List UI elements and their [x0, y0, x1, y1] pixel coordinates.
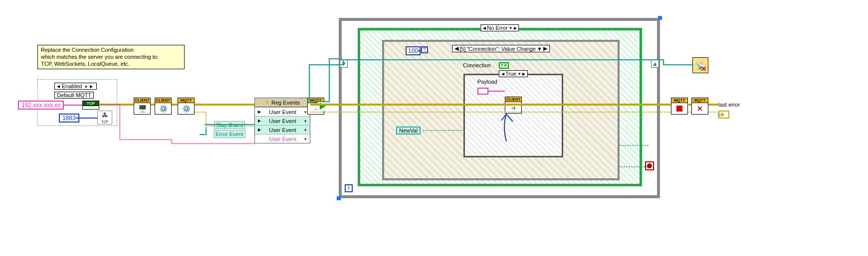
lightning-icon: ↯ — [265, 99, 269, 106]
block-diagram: Replace the Connection Configuration whi… — [0, 0, 868, 256]
reg-events-row-0-value: User Event — [269, 109, 296, 115]
stop-icon — [676, 106, 682, 112]
tcp-header: TCP — [83, 101, 99, 106]
inner-case-selector[interactable]: ◀ True ▼ ▶ — [499, 70, 528, 77]
close-x-icon: ✕ — [692, 103, 708, 114]
case-dd-icon[interactable]: ▼ — [509, 26, 513, 30]
gear-icon: ⚙️ — [155, 103, 171, 114]
event-dd-icon[interactable]: ▼ — [537, 46, 542, 52]
reg-events-row-0-value: User Event — [269, 118, 296, 124]
shift-register-left-icon: ▼ — [340, 60, 348, 68]
reg-events-row-1[interactable]: ▶ User Event ▾ — [255, 125, 310, 134]
error-case-selector[interactable]: ◀ No Error ▼ ▶ — [480, 24, 519, 31]
comment-line-3: TCP, WebSockets, LocalQueue, etc. — [41, 61, 181, 68]
event-text: "Connection": Value Change — [466, 46, 535, 52]
mqtt-destroy-subvi[interactable]: MQTT ✕ — [691, 98, 708, 115]
reg-events-row-2-value: User Event — [269, 136, 296, 142]
unregister-events-node[interactable]: 📡 ✕ — [692, 57, 708, 73]
mqtt-disconnect-subvi[interactable]: MQTT — [671, 98, 688, 115]
reg-events-row-1-left: Error Event — [214, 130, 245, 138]
payload-string-control — [477, 88, 488, 95]
reg-events-row-0-left: Stop Event — [214, 121, 245, 129]
dropdown-arrow-icon[interactable]: ▾ — [304, 110, 307, 115]
comment-line-2: which matches the server you are connect… — [41, 54, 181, 61]
event-idx: [5] — [459, 46, 465, 52]
payload-label: Payload — [477, 79, 497, 85]
error-case-value: No Error — [487, 25, 508, 31]
reg-events-row-0[interactable]: ▶ User Event ▾ — [255, 116, 310, 125]
tcp-footer-label: TCP — [101, 120, 108, 124]
comment-note: Replace the Connection Configuration whi… — [37, 45, 185, 69]
chevron-right-icon: ▶ — [258, 110, 261, 114]
server-port-constant[interactable]: 1883 — [59, 114, 79, 123]
event-timeout-constant[interactable]: 100 — [406, 46, 421, 55]
connection-label: Connection — [463, 62, 491, 68]
reg-events-row-1-value: User Event — [269, 127, 296, 133]
arrow-annotation-icon — [489, 112, 524, 146]
inner-case-value: True — [505, 71, 516, 77]
shift-register-right-icon: ▲ — [651, 60, 659, 68]
mqtt-header-1: MQTT — [178, 98, 194, 103]
inner-client-header: CLIENT — [505, 97, 521, 102]
reg-events-row-2[interactable]: ▶ User Event ▾ — [255, 134, 310, 143]
error-cluster-icon — [721, 112, 724, 117]
server-ip-constant[interactable]: 192.xxx.xxx.xx — [18, 101, 64, 110]
reg-events-header: ↯ Reg Events — [255, 98, 310, 107]
inner-case-next-icon[interactable]: ▶ — [522, 72, 525, 76]
tcp-icon: 🖧 TCP — [97, 111, 112, 125]
comment-line-1: Replace the Connection Configuration — [41, 47, 181, 54]
client-header-2: CLIENT — [155, 98, 171, 103]
mqtt-connect-subvi[interactable]: MQTT ⚙️ — [178, 98, 195, 115]
last-error-label: last error — [718, 102, 740, 108]
dropdown-arrow-icon[interactable]: ▾ — [304, 119, 307, 124]
event-prev-icon[interactable]: ◀ — [454, 45, 458, 52]
case-next-icon[interactable]: ▶ — [514, 26, 517, 30]
client-publish-subvi[interactable]: CLIENT ⇉ — [505, 97, 522, 114]
mqtt-header-3: MQTT — [671, 98, 687, 103]
gear-icon: ⚙️ — [178, 103, 194, 114]
client-header-1: CLIENT — [134, 98, 150, 103]
inner-case-prev-icon[interactable]: ◀ — [501, 72, 504, 76]
tcp-open-subvi[interactable]: TCP — [82, 101, 99, 110]
case-prev-icon[interactable]: ◀ — [483, 26, 486, 30]
dropdown-arrow-icon[interactable]: ▾ — [304, 128, 307, 132]
event-data-newval: NewVal — [396, 127, 421, 134]
client-configure-subvi[interactable]: CLIENT ⚙️ — [155, 98, 172, 115]
register-for-events-node[interactable]: ↯ Reg Events ▶ User Event ▾ ▶ User Event… — [254, 98, 310, 143]
chevron-right-icon: ▶ — [258, 119, 261, 123]
last-error-indicator — [718, 111, 729, 119]
x-overlay-icon: ✕ — [701, 65, 707, 73]
client-create-subvi[interactable]: CLIENT 🖥️ — [134, 98, 151, 115]
connection-bool-terminal: T F — [499, 62, 509, 69]
loop-stop-terminal — [645, 161, 654, 170]
run-arrow-icon — [318, 101, 328, 111]
mqtt-header-4: MQTT — [692, 98, 708, 103]
event-timeout-terminal-icon: ⌛ — [421, 46, 428, 53]
iteration-terminal: i — [345, 184, 353, 192]
event-next-icon[interactable]: ▶ — [543, 45, 547, 52]
inner-case-dd-icon[interactable]: ▼ — [517, 72, 521, 76]
monitor-icon: 🖥️ — [134, 103, 150, 114]
dropdown-arrow-icon[interactable]: ▾ — [304, 136, 307, 141]
event-case-selector[interactable]: ◀ [5] "Connection": Value Change ▼ ▶ — [452, 45, 550, 52]
chevron-right-icon: ▶ — [258, 128, 261, 132]
reg-events-title: Reg Events — [271, 100, 300, 106]
